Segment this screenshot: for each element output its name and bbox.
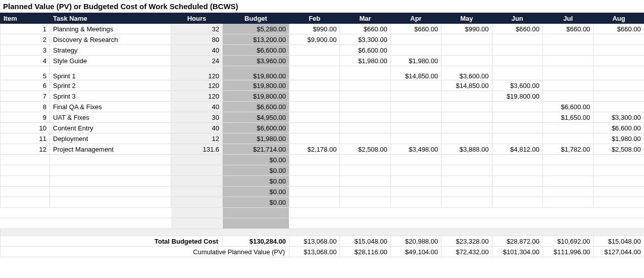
cell-month-2[interactable]: $3,498.00 <box>390 144 441 155</box>
cell-month-4[interactable]: $3,600.00 <box>492 80 542 91</box>
cell-month-6[interactable] <box>593 102 644 112</box>
cell-budget[interactable]: $19,800.00 <box>223 91 289 102</box>
cell-month-4[interactable] <box>492 112 542 123</box>
cell-month-1[interactable] <box>340 112 390 123</box>
cell-month-2[interactable] <box>390 80 441 91</box>
cell-month-1[interactable]: $3,300.00 <box>340 34 390 45</box>
cell-month-0[interactable] <box>289 133 340 144</box>
cell-month-4[interactable]: $4,812.00 <box>492 144 542 155</box>
cell-budget[interactable]: $0.00 <box>223 197 289 208</box>
cell-month-0[interactable]: $9,900.00 <box>289 34 340 45</box>
cell-month-3[interactable] <box>441 91 492 102</box>
cell-month-0[interactable] <box>289 91 340 102</box>
cell-month-3[interactable] <box>441 133 492 144</box>
cell-task[interactable] <box>50 187 171 197</box>
cell-month-6[interactable]: $1,980.00 <box>593 133 644 144</box>
cell-month-4[interactable] <box>492 34 542 45</box>
cell-item[interactable] <box>1 176 50 187</box>
cell-month-2[interactable] <box>390 208 441 218</box>
cell-hours[interactable] <box>171 165 223 176</box>
cell-month-0[interactable] <box>289 56 340 66</box>
cell-budget[interactable]: $19,800.00 <box>223 80 289 91</box>
cell-month-6[interactable]: $2,508.00 <box>593 144 644 155</box>
col-month-3[interactable]: May <box>441 13 492 24</box>
cell-month-4[interactable] <box>492 197 542 208</box>
cell-month-0[interactable]: $990.00 <box>289 24 340 34</box>
cell-month-3[interactable] <box>441 208 492 218</box>
cell-task[interactable]: Discovery & Research <box>50 34 171 45</box>
cell-hours[interactable]: 80 <box>171 34 223 45</box>
cell-month-6[interactable] <box>593 187 644 197</box>
cell-month-4[interactable] <box>492 123 542 133</box>
cell-hours[interactable] <box>171 197 223 208</box>
cell-item[interactable]: 1 <box>1 24 50 34</box>
cell-month-1[interactable]: $660.00 <box>340 24 390 34</box>
cell-budget[interactable] <box>223 208 289 218</box>
cell-budget[interactable]: $3,960.00 <box>223 56 289 66</box>
cell-month-0[interactable] <box>289 165 340 176</box>
cell-month-5[interactable] <box>542 218 593 229</box>
cell-month-2[interactable] <box>390 218 441 229</box>
cell-month-1[interactable] <box>340 80 390 91</box>
cell-item[interactable]: 10 <box>1 123 50 133</box>
cell-item[interactable]: 8 <box>1 102 50 112</box>
cell-month-5[interactable] <box>542 34 593 45</box>
cell-month-2[interactable] <box>390 155 441 165</box>
cell-month-1[interactable] <box>340 165 390 176</box>
cell-budget[interactable]: $5,280.00 <box>223 24 289 34</box>
cell-month-2[interactable]: $1,980.00 <box>390 56 441 66</box>
cell-month-0[interactable]: $2,178.00 <box>289 144 340 155</box>
cell-month-3[interactable] <box>441 45 492 56</box>
cell-budget[interactable]: $13,200.00 <box>223 34 289 45</box>
cell-month-4[interactable] <box>492 165 542 176</box>
cell-month-3[interactable] <box>441 197 492 208</box>
cell-budget[interactable]: $6,600.00 <box>223 123 289 133</box>
cell-month-1[interactable] <box>340 218 390 229</box>
cell-hours[interactable]: 120 <box>171 91 223 102</box>
cell-month-6[interactable] <box>593 197 644 208</box>
cell-month-6[interactable] <box>593 56 644 66</box>
cell-task[interactable] <box>50 176 171 187</box>
cell-item[interactable]: 9 <box>1 112 50 123</box>
cell-month-4[interactable]: $19,800.00 <box>492 91 542 102</box>
cell-item[interactable]: 3 <box>1 45 50 56</box>
cell-month-6[interactable]: $6,600.00 <box>593 123 644 133</box>
cell-month-6[interactable] <box>593 208 644 218</box>
col-month-4[interactable]: Jun <box>492 13 542 24</box>
cell-month-6[interactable] <box>593 45 644 56</box>
cell-month-0[interactable] <box>289 155 340 165</box>
cell-budget[interactable]: $0.00 <box>223 155 289 165</box>
cell-month-5[interactable] <box>542 45 593 56</box>
cell-month-0[interactable] <box>289 218 340 229</box>
cell-month-5[interactable] <box>542 80 593 91</box>
cell-month-3[interactable] <box>441 112 492 123</box>
cell-task[interactable]: Style Guide <box>50 56 171 66</box>
cell-hours[interactable] <box>171 187 223 197</box>
cell-budget[interactable]: $6,600.00 <box>223 102 289 112</box>
cell-month-5[interactable] <box>542 197 593 208</box>
cell-month-5[interactable] <box>542 187 593 197</box>
col-month-6[interactable]: Aug <box>593 13 644 24</box>
cell-month-3[interactable]: $3,888.00 <box>441 144 492 155</box>
cell-month-3[interactable] <box>441 165 492 176</box>
cell-month-6[interactable]: $3,300.00 <box>593 112 644 123</box>
cell-month-1[interactable]: $6,600.00 <box>340 45 390 56</box>
cell-month-4[interactable] <box>492 102 542 112</box>
cell-month-1[interactable]: $2,508.00 <box>340 144 390 155</box>
cell-month-3[interactable] <box>441 102 492 112</box>
cell-task[interactable]: Final QA & Fixes <box>50 102 171 112</box>
cell-hours[interactable] <box>171 176 223 187</box>
cell-month-6[interactable] <box>593 80 644 91</box>
cell-task[interactable] <box>50 155 171 165</box>
cell-month-5[interactable] <box>542 133 593 144</box>
cell-month-2[interactable] <box>390 112 441 123</box>
cell-hours[interactable]: 40 <box>171 102 223 112</box>
cell-month-2[interactable] <box>390 34 441 45</box>
cell-hours[interactable]: 12 <box>171 133 223 144</box>
cell-month-0[interactable] <box>289 66 340 80</box>
cell-month-5[interactable] <box>542 91 593 102</box>
cell-month-3[interactable] <box>441 155 492 165</box>
cell-month-1[interactable] <box>340 187 390 197</box>
cell-month-3[interactable] <box>441 34 492 45</box>
cell-month-2[interactable] <box>390 45 441 56</box>
